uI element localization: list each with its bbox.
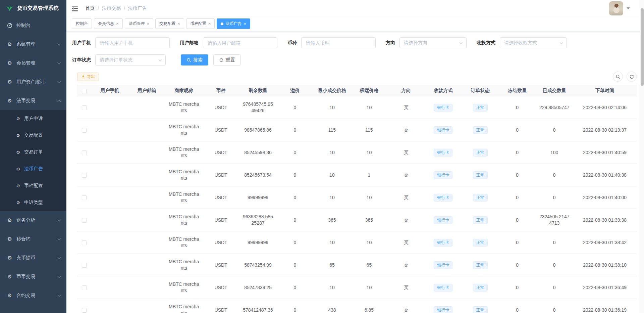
sidebar-subitem-label: 申诉类型	[24, 199, 43, 206]
pay-method-select[interactable]: 请选择收款方式	[500, 37, 567, 48]
sidebar-item-9[interactable]: ⚙合约交易	[0, 286, 66, 305]
cell-frozen-amount: 0	[499, 276, 536, 299]
tab-3[interactable]: 交易配置×	[155, 18, 184, 29]
cell-min-price: 115	[314, 119, 351, 141]
breadcrumb-home[interactable]: 首页	[85, 5, 95, 11]
direction-select[interactable]: 请选择方向	[399, 37, 467, 48]
chevron-down-icon	[58, 218, 61, 221]
ads-table: 用户手机用户邮箱商家昵称币种剩余数量溢价最小成交价格极端价格方向收款方式订单状态…	[77, 85, 637, 313]
cell-filled-amount: 229.88505747	[536, 96, 573, 119]
table-row-2: MBTC merchantsUSDT85245598.3601010买银行卡正常…	[77, 141, 637, 164]
search-button[interactable]: 搜索	[181, 54, 208, 65]
cell-user-phone	[91, 141, 128, 164]
cell-coin: USDT	[202, 96, 239, 119]
table-header-row: 用户手机用户邮箱商家昵称币种剩余数量溢价最小成交价格极端价格方向收款方式订单状态…	[77, 85, 637, 96]
sidebar-item-5[interactable]: ⚙财务分析	[0, 211, 66, 230]
cell-order-status: 正常	[462, 231, 499, 254]
cell-pay-method: 银行卡	[425, 209, 462, 231]
sidebar-item-3[interactable]: ⚙用户资产统计	[0, 73, 66, 91]
order-status-select[interactable]: 请选择订单状态	[95, 54, 166, 65]
filter-label-order-status: 订单状态	[72, 57, 91, 63]
sidebar-item-4[interactable]: ⚙法币交易	[0, 91, 66, 110]
table-refresh-button[interactable]	[627, 72, 637, 82]
table-search-button[interactable]	[613, 72, 623, 82]
tab-close-icon[interactable]: ×	[116, 21, 119, 26]
sidebar-toggle-icon[interactable]	[72, 5, 79, 11]
tab-4[interactable]: 币种配置×	[186, 18, 215, 29]
tab-5[interactable]: 法币广告×	[217, 18, 250, 29]
cell-direction: 买	[388, 276, 425, 299]
cell-coin: USDT	[202, 254, 239, 276]
user-phone-input[interactable]	[95, 37, 170, 48]
sidebar-subitem-4-0[interactable]: ⚙用户申诉	[0, 110, 66, 127]
breadcrumb-section[interactable]: 法币交易	[102, 5, 121, 11]
cell-order-time: 2022-08-30 01:40:00	[573, 186, 637, 209]
row-checkbox[interactable]	[82, 173, 87, 178]
user-avatar[interactable]	[609, 1, 623, 15]
user-menu-caret-icon[interactable]	[627, 7, 630, 9]
row-checkbox[interactable]	[82, 128, 87, 133]
sidebar-item-1[interactable]: ⚙系统管理	[0, 35, 66, 54]
tab-0[interactable]: 控制台	[72, 18, 92, 29]
order-status-badge: 正常	[473, 306, 488, 313]
row-checkbox[interactable]	[82, 150, 87, 155]
cell-user-phone	[91, 299, 128, 313]
cell-coin: USDT	[202, 141, 239, 164]
cell-direction: 买	[388, 96, 425, 119]
gear-icon: ⚙	[7, 41, 13, 47]
page-scrollbar[interactable]	[640, 0, 644, 313]
sidebar-item-6[interactable]: ⚙秒合约	[0, 230, 66, 249]
order-status-badge: 正常	[473, 239, 488, 247]
sidebar-item-8[interactable]: ⚙币币交易	[0, 267, 66, 286]
select-all-checkbox[interactable]	[82, 89, 87, 93]
sidebar-item-label: 合约交易	[16, 293, 35, 299]
coin-input[interactable]	[301, 37, 376, 48]
cell-user-email	[128, 231, 165, 254]
row-checkbox[interactable]	[82, 195, 87, 200]
sidebar-subitem-4-1[interactable]: ⚙交易配置	[0, 127, 66, 144]
cell-merchant-name: MBTC merchants	[165, 164, 202, 186]
tab-1[interactable]: 会员信息×	[94, 18, 123, 29]
filter-label-pay-method: 收款方式	[477, 40, 495, 46]
row-checkbox[interactable]	[82, 308, 87, 313]
cell-coin: USDT	[202, 209, 239, 231]
cell-select	[77, 141, 91, 164]
tab-close-icon[interactable]: ×	[244, 21, 246, 26]
sidebar-item-7[interactable]: ⚙充币提币	[0, 249, 66, 267]
table-row-6: MBTC merchantsUSDT9999999901010买银行卡正常002…	[77, 231, 637, 254]
column-header-0: 用户手机	[91, 85, 128, 96]
cell-user-phone	[91, 231, 128, 254]
sidebar-item-0[interactable]: 控制台	[0, 16, 66, 35]
gear-icon: ⚙	[15, 183, 21, 188]
tab-close-icon[interactable]: ×	[208, 21, 211, 26]
table-row-4: MBTC merchantsUSDT9999999901010买银行卡正常002…	[77, 186, 637, 209]
row-checkbox[interactable]	[82, 285, 87, 290]
cell-order-time: 2022-08-30 02:14:06	[573, 96, 637, 119]
sidebar-subitem-4-5[interactable]: ⚙申诉类型	[0, 194, 66, 211]
row-checkbox[interactable]	[82, 218, 87, 223]
cell-user-email	[128, 186, 165, 209]
breadcrumb-separator: /	[98, 6, 99, 11]
sidebar-subitem-4-2[interactable]: ⚙交易订单	[0, 144, 66, 161]
tab-2[interactable]: 法币管理×	[125, 18, 154, 29]
gear-icon: ⚙	[15, 133, 21, 138]
user-email-input[interactable]	[203, 37, 277, 48]
cell-frozen-amount: 0	[499, 96, 536, 119]
column-header-3: 币种	[202, 85, 239, 96]
cell-order-status: 正常	[462, 164, 499, 186]
row-checkbox[interactable]	[82, 263, 87, 268]
row-checkbox[interactable]	[82, 240, 87, 245]
reset-button[interactable]: 重置	[213, 54, 241, 65]
sidebar-subitem-4-3[interactable]: ⚙法币广告	[0, 161, 66, 177]
sidebar-subitem-4-4[interactable]: ⚙币种配置	[0, 177, 66, 194]
column-header-1: 用户邮箱	[128, 85, 165, 96]
cell-merchant-name: MBTC merchants	[165, 254, 202, 276]
export-button[interactable]: 导出	[77, 73, 99, 81]
scrollbar-thumb[interactable]	[641, 8, 644, 86]
row-checkbox[interactable]	[82, 105, 87, 110]
tab-close-icon[interactable]: ×	[177, 21, 180, 26]
tab-close-icon[interactable]: ×	[147, 21, 150, 26]
cell-remaining-amount: 96363288.58525287	[239, 209, 276, 231]
sidebar-item-2[interactable]: ⚙会员管理	[0, 54, 66, 73]
dashboard-icon	[7, 23, 13, 28]
